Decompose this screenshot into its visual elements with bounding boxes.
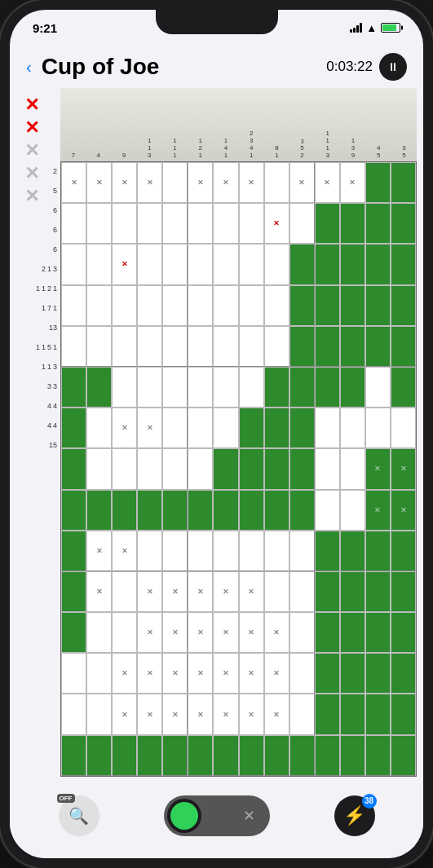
grid-cell[interactable]	[289, 571, 315, 612]
grid-cell[interactable]	[112, 612, 137, 653]
grid-cell[interactable]	[289, 735, 315, 776]
grid-cell[interactable]	[315, 448, 340, 489]
grid-cell[interactable]	[340, 448, 365, 489]
grid-cell[interactable]	[112, 326, 137, 367]
grid-cell[interactable]	[137, 448, 162, 489]
grid-cell[interactable]: ✕	[162, 694, 188, 734]
grid-cell[interactable]: ✕	[264, 612, 289, 653]
grid-cell[interactable]	[239, 326, 264, 367]
grid-cell[interactable]	[61, 203, 86, 244]
grid-cell[interactable]	[391, 531, 416, 571]
grid-cell[interactable]	[162, 531, 188, 571]
grid-cell[interactable]	[162, 448, 188, 489]
grid-cell[interactable]	[61, 694, 86, 734]
grid-cell[interactable]	[365, 735, 391, 776]
grid-cell[interactable]	[340, 367, 365, 408]
grid-cell[interactable]	[365, 244, 391, 284]
grid-cell[interactable]	[340, 735, 365, 776]
grid-cell[interactable]	[365, 408, 391, 448]
grid-cell[interactable]	[162, 244, 188, 284]
grid-cell[interactable]: ✕	[213, 653, 238, 694]
grid-cell[interactable]: ✕	[213, 694, 238, 734]
grid-cell[interactable]: ✕	[391, 490, 416, 531]
grid-cell[interactable]	[188, 367, 213, 408]
grid-cell[interactable]	[112, 285, 137, 326]
grid-cell[interactable]	[61, 285, 86, 326]
grid-cell[interactable]	[340, 203, 365, 244]
grid-cell[interactable]	[188, 244, 213, 284]
grid-cell[interactable]: ✕	[112, 694, 137, 734]
grid-cell[interactable]	[86, 326, 112, 367]
grid-cell[interactable]: ✕	[239, 653, 264, 694]
grid-cell[interactable]	[340, 612, 365, 653]
grid-cell[interactable]	[162, 203, 188, 244]
grid-cell[interactable]: ✕	[137, 162, 162, 203]
grid-cell[interactable]	[112, 571, 137, 612]
grid-cell[interactable]	[86, 653, 112, 694]
grid-cell[interactable]	[213, 408, 238, 448]
grid-cell[interactable]	[315, 735, 340, 776]
grid-cell[interactable]	[264, 408, 289, 448]
grid-cell[interactable]	[112, 367, 137, 408]
grid-cell[interactable]	[61, 531, 86, 571]
grid-cell[interactable]	[315, 326, 340, 367]
grid-cell[interactable]	[391, 203, 416, 244]
grid-cell[interactable]	[112, 490, 137, 531]
grid-cell[interactable]: ✕	[86, 571, 112, 612]
grid-cell[interactable]	[289, 203, 315, 244]
grid-cell[interactable]: ✕	[137, 694, 162, 734]
grid-cell[interactable]	[86, 612, 112, 653]
grid-cell[interactable]	[365, 285, 391, 326]
grid-cell[interactable]	[391, 285, 416, 326]
grid-cell[interactable]: ✕	[112, 408, 137, 448]
grid-cell[interactable]	[340, 326, 365, 367]
grid-cell[interactable]	[391, 326, 416, 367]
grid-cell[interactable]: ✕	[137, 408, 162, 448]
grid-cell[interactable]	[112, 448, 137, 489]
grid-cell[interactable]: ✕	[162, 653, 188, 694]
grid-cell[interactable]	[61, 448, 86, 489]
grid-cell[interactable]	[137, 735, 162, 776]
grid-cell[interactable]	[213, 531, 238, 571]
grid-cell[interactable]	[340, 285, 365, 326]
grid-cell[interactable]: ✕	[340, 162, 365, 203]
grid-cell[interactable]	[239, 531, 264, 571]
pause-button[interactable]: ⏸	[379, 53, 407, 81]
grid-cell[interactable]	[365, 326, 391, 367]
grid-cell[interactable]	[289, 326, 315, 367]
grid-cell[interactable]	[162, 326, 188, 367]
grid-cell[interactable]	[61, 367, 86, 408]
grid-cell[interactable]	[289, 490, 315, 531]
grid-cell[interactable]	[188, 490, 213, 531]
grid-cell[interactable]	[188, 408, 213, 448]
grid-cell[interactable]	[264, 285, 289, 326]
grid-cell[interactable]	[315, 612, 340, 653]
grid-cell[interactable]	[188, 285, 213, 326]
grid-cell[interactable]: ✕	[112, 531, 137, 571]
grid-cell[interactable]: ✕	[137, 571, 162, 612]
grid-cell[interactable]: ✕	[213, 162, 238, 203]
grid-cell[interactable]	[61, 408, 86, 448]
grid-cell[interactable]	[264, 531, 289, 571]
grid-cell[interactable]	[264, 490, 289, 531]
hint-button[interactable]: 38 ⚡	[334, 795, 375, 836]
grid-cell[interactable]: ✕	[61, 162, 86, 203]
grid-cell[interactable]	[365, 653, 391, 694]
grid-cell[interactable]	[391, 612, 416, 653]
grid-cell[interactable]	[315, 285, 340, 326]
grid-cell[interactable]	[86, 448, 112, 489]
grid-cell[interactable]: ✕	[188, 571, 213, 612]
grid-cell[interactable]	[391, 653, 416, 694]
grid-cell[interactable]	[315, 571, 340, 612]
grid-cell[interactable]	[365, 571, 391, 612]
grid-cell[interactable]	[391, 694, 416, 734]
grid-cell[interactable]: ✕	[188, 612, 213, 653]
grid-cell[interactable]	[162, 367, 188, 408]
grid-cell[interactable]	[315, 694, 340, 734]
grid-cell[interactable]	[188, 203, 213, 244]
grid-cell[interactable]	[213, 367, 238, 408]
grid-cell[interactable]: ✕	[112, 244, 137, 284]
grid-cell[interactable]	[137, 367, 162, 408]
grid-cell[interactable]: ✕	[112, 162, 137, 203]
grid-cell[interactable]	[340, 694, 365, 734]
